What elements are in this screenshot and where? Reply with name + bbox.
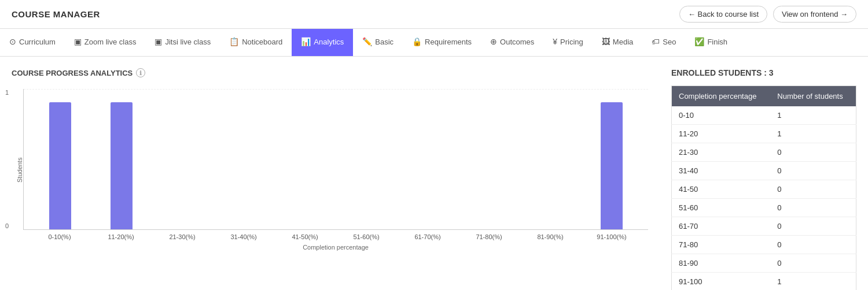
completion-range: 31-40 <box>672 162 771 180</box>
table-row: 0-101 <box>672 106 856 125</box>
table-row: 41-500 <box>672 180 856 199</box>
tab-analytics[interactable]: 📊 Analytics <box>292 29 353 56</box>
x-label: 31-40(%) <box>213 233 274 240</box>
col-header-completion: Completion percentage <box>672 86 771 107</box>
basic-icon: ✏️ <box>362 37 372 46</box>
table-row: 21-300 <box>672 143 856 162</box>
student-count: 0 <box>770 180 856 199</box>
tab-requirements[interactable]: 🔒 Requirements <box>403 29 481 56</box>
bar <box>49 102 71 229</box>
media-icon: 🖼 <box>602 37 610 46</box>
completion-range: 51-60 <box>672 199 771 217</box>
table-row: 71-800 <box>672 236 856 254</box>
tab-jitsi-live[interactable]: ▣ Jitsi live class <box>145 29 220 56</box>
table-row: 51-600 <box>672 199 856 217</box>
top-bar: COURSE MANAGER ← Back to course list Vie… <box>0 0 868 29</box>
bar <box>601 102 623 229</box>
tab-finish-label: Finish <box>707 38 727 46</box>
x-label: 71-80(%) <box>458 233 520 240</box>
x-label: 21-30(%) <box>152 233 213 240</box>
bar <box>111 102 133 229</box>
chart-section: COURSE PROGRESS ANALYTICS ℹ Students 0 1… <box>12 68 648 290</box>
x-label: 91-100(%) <box>581 233 642 240</box>
x-axis-labels: 0-10(%)11-20(%)21-30(%)31-40(%)41-50(%)5… <box>23 230 648 240</box>
enrolled-students-title: ENROLLED STUDENTS : 3 <box>671 68 856 77</box>
tab-curriculum[interactable]: ⊙ Curriculum <box>0 29 65 56</box>
nav-tabs: ⊙ Curriculum ▣ Zoom live class ▣ Jitsi l… <box>0 29 868 57</box>
tab-pricing-label: Pricing <box>560 38 583 46</box>
y-tick-0: 0 <box>5 222 9 229</box>
tab-basic[interactable]: ✏️ Basic <box>353 29 403 56</box>
tab-seo[interactable]: 🏷 Seo <box>642 29 685 56</box>
bar-group <box>581 95 642 229</box>
tab-seo-label: Seo <box>663 38 676 46</box>
table-row: 91-1001 <box>672 273 856 291</box>
bar-group <box>520 95 581 229</box>
table-row: 31-400 <box>672 162 856 180</box>
x-label: 0-10(%) <box>29 233 90 240</box>
tab-media-label: Media <box>613 38 633 46</box>
requirements-icon: 🔒 <box>412 37 422 46</box>
analytics-icon: 📊 <box>301 37 311 46</box>
x-label: 11-20(%) <box>90 233 152 240</box>
tab-requirements-label: Requirements <box>425 38 472 46</box>
table-row: 11-201 <box>672 125 856 143</box>
bar-group <box>336 95 398 229</box>
view-on-frontend-button[interactable]: View on frontend → <box>773 6 856 23</box>
student-count: 0 <box>770 199 856 217</box>
tab-jitsi-label: Jitsi live class <box>165 38 211 46</box>
student-count: 1 <box>770 273 856 291</box>
tab-noticeboard[interactable]: 📋 Noticeboard <box>220 29 292 56</box>
bar-group <box>458 95 520 229</box>
bar-group <box>214 95 275 229</box>
bar-group <box>30 95 91 229</box>
x-label: 41-50(%) <box>274 233 336 240</box>
bar-group <box>91 95 152 229</box>
seo-icon: 🏷 <box>652 37 660 46</box>
table-section: ENROLLED STUDENTS : 3 Completion percent… <box>671 68 856 290</box>
back-to-course-list-button[interactable]: ← Back to course list <box>679 6 767 23</box>
student-count: 1 <box>770 106 856 125</box>
completion-range: 0-10 <box>672 106 771 125</box>
chart-inner: 0 1 0-10(%)11-20(%)21-30(%)31-40(%)41-50… <box>23 89 648 251</box>
enrollment-table: Completion percentage Number of students… <box>671 85 856 290</box>
y-axis-label: Students <box>12 89 23 251</box>
student-count: 1 <box>770 125 856 143</box>
student-count: 0 <box>770 254 856 273</box>
completion-range: 81-90 <box>672 254 771 273</box>
tab-basic-label: Basic <box>375 38 393 46</box>
chart-container: Students 0 1 0-10(%)11-20(%)21-30(%)31-4… <box>12 89 648 251</box>
chart-title: COURSE PROGRESS ANALYTICS ℹ <box>12 68 648 77</box>
pricing-icon: ¥ <box>553 37 557 46</box>
bars-wrapper <box>24 95 648 229</box>
tab-outcomes[interactable]: ⊕ Outcomes <box>481 29 543 56</box>
tab-zoom-label: Zoom live class <box>84 38 137 46</box>
x-label: 81-90(%) <box>520 233 581 240</box>
bars-area: 0 1 <box>23 89 648 230</box>
completion-range: 41-50 <box>672 180 771 199</box>
completion-range: 11-20 <box>672 125 771 143</box>
noticeboard-icon: 📋 <box>229 37 239 46</box>
tab-finish[interactable]: ✅ Finish <box>685 29 737 56</box>
student-count: 0 <box>770 236 856 254</box>
student-count: 0 <box>770 217 856 236</box>
tab-media[interactable]: 🖼 Media <box>593 29 642 56</box>
info-icon[interactable]: ℹ <box>136 68 145 77</box>
top-bar-buttons: ← Back to course list View on frontend → <box>679 6 856 23</box>
x-label: 51-60(%) <box>336 233 397 240</box>
curriculum-icon: ⊙ <box>9 37 16 46</box>
app-title: COURSE MANAGER <box>12 9 100 19</box>
student-count: 0 <box>770 162 856 180</box>
tab-zoom-live[interactable]: ▣ Zoom live class <box>65 29 146 56</box>
completion-range: 91-100 <box>672 273 771 291</box>
tab-pricing[interactable]: ¥ Pricing <box>543 29 593 56</box>
bar-group <box>152 95 214 229</box>
outcomes-icon: ⊕ <box>490 37 497 46</box>
bar-group <box>397 95 458 229</box>
bar-group <box>275 95 336 229</box>
table-row: 61-700 <box>672 217 856 236</box>
table-row: 81-900 <box>672 254 856 273</box>
chart-title-text: COURSE PROGRESS ANALYTICS <box>12 69 133 77</box>
x-axis-title: Completion percentage <box>23 244 648 251</box>
tab-noticeboard-label: Noticeboard <box>242 38 282 46</box>
